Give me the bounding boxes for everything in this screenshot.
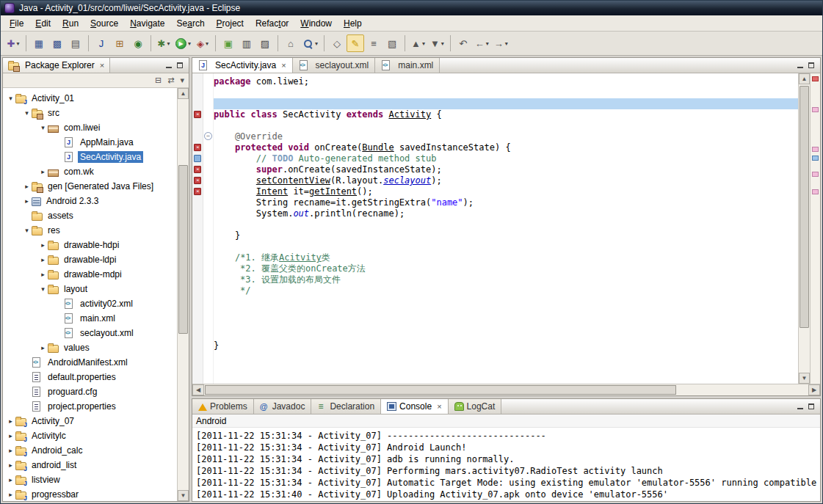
print-button[interactable]: ▤ bbox=[67, 34, 84, 52]
tree-item[interactable]: AndroidManifest.xml bbox=[3, 355, 177, 370]
save-all-button[interactable]: ▩ bbox=[48, 34, 66, 52]
format-button[interactable]: ▧ bbox=[383, 34, 401, 52]
tree-scrollbar[interactable]: ▲ ▼ bbox=[177, 88, 189, 501]
scroll-thumb[interactable] bbox=[205, 385, 676, 395]
task-overview-marker[interactable] bbox=[812, 156, 819, 161]
tree-item[interactable]: ▸drawable-ldpi bbox=[3, 252, 177, 267]
expander-icon[interactable]: ▸ bbox=[6, 432, 15, 439]
annotation-gutter[interactable] bbox=[192, 73, 203, 384]
tree-item[interactable]: ▾src bbox=[3, 106, 177, 120]
scroll-down-icon[interactable]: ▼ bbox=[178, 490, 189, 501]
collapse-all-icon[interactable]: ⊟ bbox=[155, 76, 162, 85]
scroll-thumb[interactable] bbox=[800, 86, 809, 328]
tree-item[interactable]: proguard.cfg bbox=[3, 384, 177, 399]
occurrence-overview-marker[interactable] bbox=[812, 107, 819, 112]
expander-icon[interactable]: ▸ bbox=[38, 168, 48, 175]
expander-icon[interactable]: ▸ bbox=[6, 476, 15, 483]
android-sdk-manager-button[interactable]: ▥ bbox=[238, 34, 255, 52]
expander-icon[interactable]: ▸ bbox=[38, 241, 48, 249]
task-marker-icon[interactable] bbox=[194, 155, 201, 162]
editor-vertical-scrollbar[interactable]: ▲ ▼ bbox=[798, 73, 810, 384]
expander-icon[interactable]: ▸ bbox=[6, 491, 15, 498]
menu-run[interactable]: Run bbox=[57, 16, 84, 31]
view-tab-problems[interactable]: Problems bbox=[192, 399, 254, 414]
menu-edit[interactable]: Edit bbox=[29, 16, 57, 31]
new-android-project-button[interactable]: ▣ bbox=[220, 34, 237, 52]
tree-item[interactable]: ▾layout bbox=[3, 282, 177, 296]
minimize-view-icon[interactable] bbox=[797, 403, 804, 410]
android-virtual-device-manager-button[interactable]: ▨ bbox=[256, 34, 274, 52]
expander-icon[interactable]: ▸ bbox=[6, 461, 15, 469]
occurrence-overview-marker[interactable] bbox=[812, 172, 819, 177]
menu-window[interactable]: Window bbox=[294, 16, 338, 31]
expander-icon[interactable]: ▾ bbox=[6, 95, 15, 102]
tree-item[interactable]: ▸drawable-hdpi bbox=[3, 238, 177, 252]
view-tab-javadoc[interactable]: Javadoc bbox=[254, 399, 312, 414]
code-area[interactable]: package com.liwei; public class SecActiv… bbox=[214, 73, 798, 384]
expander-icon[interactable]: ▾ bbox=[22, 109, 32, 117]
tree-item[interactable]: ▸com.wk bbox=[3, 164, 177, 179]
expander-icon[interactable]: ▸ bbox=[38, 256, 48, 263]
next-annotation-button[interactable]: ▼▾ bbox=[428, 34, 446, 52]
minimize-view-icon[interactable] bbox=[165, 62, 173, 69]
editor-tab-secactivity.java[interactable]: SecActivity.java× bbox=[192, 58, 293, 73]
menu-project[interactable]: Project bbox=[211, 16, 250, 31]
package-explorer-tab[interactable]: Package Explorer × bbox=[3, 58, 110, 73]
close-tab-icon[interactable]: × bbox=[437, 402, 441, 411]
tree-item[interactable]: activity02.xml bbox=[3, 296, 177, 311]
tree-item[interactable]: ▾com.liwei bbox=[3, 120, 177, 135]
scroll-down-icon[interactable]: ▼ bbox=[799, 373, 810, 384]
new-java-project-button[interactable]: J bbox=[93, 34, 110, 52]
tree-item[interactable]: ▸drawable-mdpi bbox=[3, 267, 177, 282]
maximize-editor-icon[interactable] bbox=[808, 62, 815, 69]
tree-item[interactable]: main.xml bbox=[3, 311, 177, 326]
tree-item[interactable]: ▸Activitylc bbox=[3, 428, 177, 443]
tree-item[interactable]: ▸listview bbox=[3, 472, 177, 487]
open-task-button[interactable]: ⌂ bbox=[282, 34, 300, 52]
link-with-editor-icon[interactable]: ⇄ bbox=[167, 76, 174, 85]
tree-item[interactable]: ▾res bbox=[3, 223, 177, 238]
tree-item[interactable]: ▸Android 2.3.3 bbox=[3, 194, 177, 208]
tree-item[interactable]: ▸Activity_07 bbox=[3, 414, 177, 428]
collapse-fold-icon[interactable]: − bbox=[204, 132, 212, 140]
tree-item[interactable]: ▸values bbox=[3, 340, 177, 355]
tree-item[interactable]: ▾Activity_01 bbox=[3, 91, 177, 106]
new-class-button[interactable]: ◉ bbox=[129, 34, 147, 52]
tree-item[interactable]: default.properties bbox=[3, 370, 177, 384]
scroll-right-icon[interactable]: ▶ bbox=[808, 384, 820, 395]
expander-icon[interactable]: ▸ bbox=[6, 417, 15, 425]
error-marker-icon[interactable] bbox=[194, 177, 201, 184]
scroll-thumb[interactable] bbox=[178, 165, 188, 334]
tree-item[interactable]: ▸progressbar bbox=[3, 487, 177, 501]
expander-icon[interactable]: ▸ bbox=[38, 344, 48, 351]
back-button[interactable]: ←▾ bbox=[473, 34, 491, 52]
new-wizard-button[interactable]: ✚▾ bbox=[4, 34, 22, 52]
run-external-tools-button[interactable]: ◈▾ bbox=[194, 34, 211, 52]
close-view-icon[interactable]: × bbox=[100, 61, 104, 70]
error-marker-icon[interactable] bbox=[194, 144, 201, 151]
show-annotations-button[interactable]: ≡ bbox=[365, 34, 383, 52]
view-menu-icon[interactable]: ▾ bbox=[180, 76, 184, 85]
menu-search[interactable]: Search bbox=[171, 16, 211, 31]
close-tab-icon[interactable]: × bbox=[281, 61, 286, 70]
search-button[interactable]: ▾ bbox=[300, 34, 320, 52]
new-package-button[interactable]: ⊞ bbox=[111, 34, 128, 52]
last-edit-location-button[interactable]: ↶ bbox=[454, 34, 472, 52]
overview-ruler[interactable] bbox=[810, 73, 820, 384]
maximize-view-icon[interactable] bbox=[808, 403, 815, 410]
expander-icon[interactable]: ▾ bbox=[22, 227, 32, 234]
view-tab-declaration[interactable]: Declaration bbox=[311, 399, 381, 414]
expander-icon[interactable]: ▸ bbox=[22, 197, 32, 205]
expander-icon[interactable]: ▸ bbox=[6, 447, 15, 454]
maximize-view-icon[interactable] bbox=[176, 62, 184, 69]
scroll-up-icon[interactable]: ▲ bbox=[178, 88, 189, 99]
editor-tab-seclayout.xml[interactable]: seclayout.xml bbox=[293, 58, 376, 73]
scroll-up-icon[interactable]: ▲ bbox=[799, 73, 810, 84]
tree-item[interactable]: ▸gen [Generated Java Files] bbox=[3, 179, 177, 194]
mark-occurrences-button[interactable]: ✎ bbox=[347, 34, 364, 52]
tree-item[interactable]: assets bbox=[3, 208, 177, 223]
console-output[interactable]: [2011-11-22 15:31:34 - Activity_07] ----… bbox=[192, 428, 820, 501]
error-marker-icon[interactable] bbox=[194, 166, 201, 173]
menu-help[interactable]: Help bbox=[338, 16, 368, 31]
editor-horizontal-scrollbar[interactable]: ◀ ▶ bbox=[192, 384, 820, 395]
